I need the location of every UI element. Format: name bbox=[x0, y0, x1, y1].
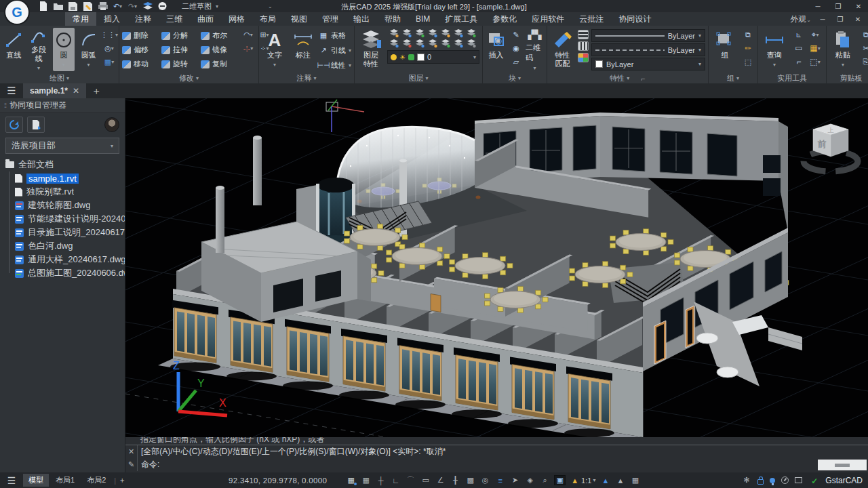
menu-tab[interactable]: 帮助 bbox=[377, 12, 408, 26]
calculator-icon[interactable]: ▦ ▾ bbox=[807, 41, 823, 55]
line-button[interactable]: 直线 bbox=[3, 28, 25, 71]
menu-tab[interactable]: 插入 bbox=[96, 12, 127, 26]
layer-state-icon[interactable] bbox=[465, 28, 477, 39]
insert-block-button[interactable]: 插入 bbox=[486, 28, 507, 71]
command-prompt-line[interactable]: ✎ 命令: bbox=[125, 458, 868, 471]
linetype-select[interactable]: ByLayer▾ bbox=[591, 43, 705, 56]
id-point-icon[interactable]: ⌖ ▾ bbox=[807, 28, 823, 41]
quick-select-icon[interactable]: ⬚ ▾ bbox=[807, 55, 823, 68]
layer-tools-grid[interactable] bbox=[387, 28, 479, 49]
save-as-icon[interactable] bbox=[83, 1, 93, 11]
performance-dial-icon[interactable] bbox=[781, 476, 789, 484]
panel-label-layers[interactable]: 图层▾ bbox=[355, 73, 482, 83]
snap-mode-icon[interactable]: ┼ bbox=[376, 476, 386, 485]
modify-tool-button[interactable]: 旋转 bbox=[161, 58, 199, 70]
layer-state-icon[interactable] bbox=[400, 39, 413, 49]
modify-tool-button[interactable]: 布尔 bbox=[201, 29, 239, 42]
polar-tracking-icon[interactable]: ⌒ bbox=[406, 475, 416, 485]
lineweight-select[interactable]: ByLayer▾ bbox=[591, 29, 705, 42]
clean-screen-monitor-icon[interactable]: ▣ bbox=[555, 476, 565, 485]
clean-screen-icon[interactable] bbox=[795, 477, 802, 483]
redo-icon[interactable]: ↷▾ bbox=[127, 1, 138, 11]
angle-snap-icon[interactable]: ∠ bbox=[435, 476, 446, 485]
block-edit-icon[interactable]: ✎ bbox=[509, 29, 523, 41]
menu-tab[interactable]: 布局 bbox=[252, 12, 283, 26]
command-line-window[interactable]: 指定窗口的角点，输入比例因子 (nX 或 nXP)，或者 ✕ [全部(A)/中心… bbox=[125, 437, 868, 472]
settings-gear-icon[interactable]: ✻ bbox=[741, 476, 751, 485]
object-tracking-icon[interactable]: ◎ bbox=[480, 476, 490, 485]
menu-tab[interactable]: 云批注 bbox=[572, 12, 611, 26]
layout-tab[interactable]: 布局1 bbox=[50, 474, 80, 487]
menu-tab[interactable]: 注释 bbox=[127, 12, 159, 26]
layout-tab[interactable]: 布局2 bbox=[81, 474, 111, 487]
file-tree-item[interactable]: sample.1.rvt bbox=[15, 171, 125, 185]
grid-display-icon[interactable]: ▦ bbox=[346, 476, 356, 485]
project-select[interactable]: 浩辰项目部▾ bbox=[5, 138, 119, 154]
hatch-tools-icon[interactable]: ▦ ▾ bbox=[102, 56, 116, 68]
modify-tool-button[interactable]: 偏移 bbox=[122, 43, 160, 56]
modify-tool-button[interactable]: 镜像 bbox=[201, 43, 239, 56]
user-avatar[interactable] bbox=[104, 117, 119, 132]
menu-tab[interactable]: BIM bbox=[408, 12, 437, 26]
linear-button[interactable]: ⊢⊣线性▾ bbox=[319, 59, 351, 72]
layer-states-icon[interactable] bbox=[142, 1, 153, 11]
ruler-icon[interactable]: ▭ bbox=[791, 41, 807, 55]
leader-button[interactable]: ↗引线▾ bbox=[319, 44, 351, 57]
file-tree-item[interactable]: 总图施工图_20240606.dwg bbox=[15, 266, 125, 280]
dynamic-input-icon[interactable]: ▭ bbox=[420, 476, 431, 485]
ui-lock-icon[interactable] bbox=[757, 479, 764, 485]
menu-tab[interactable]: 协同设计 bbox=[611, 12, 658, 26]
object-snap-icon[interactable]: ╂ bbox=[450, 476, 460, 485]
close-button[interactable]: ✕ bbox=[849, 1, 868, 12]
menu-tab[interactable]: 应用软件 bbox=[524, 12, 572, 26]
polyline-button[interactable]: 多段线▾ bbox=[28, 28, 50, 71]
dimension-button[interactable]: 标注 bbox=[290, 28, 316, 71]
group-button[interactable]: 组 bbox=[711, 28, 738, 71]
point-tools-icon[interactable]: ⋮⋮ ▾ bbox=[102, 29, 116, 41]
restore-button[interactable]: ❐ bbox=[829, 1, 848, 12]
annotation-visibility-icon[interactable]: ▲ bbox=[600, 476, 610, 485]
menu-tab[interactable]: 网格 bbox=[221, 12, 252, 26]
status-menu-icon[interactable]: ☰ bbox=[0, 475, 23, 486]
file-tree-item[interactable]: 通用大样_20240617.dwg bbox=[15, 253, 125, 266]
file-tree-item[interactable]: 建筑轮廓图.dwg bbox=[15, 199, 125, 212]
group-select-icon[interactable]: ⬚ bbox=[741, 56, 755, 68]
color-grid-icon[interactable] bbox=[578, 53, 589, 62]
copy-clip-icon[interactable]: ⧉ bbox=[859, 29, 868, 41]
open-file-icon[interactable] bbox=[53, 1, 63, 11]
panel-label-draw[interactable]: 绘图▾ bbox=[0, 73, 119, 83]
match-properties-button[interactable]: 特性匹配 bbox=[550, 28, 575, 71]
layout-tab[interactable]: 模型 bbox=[23, 474, 49, 487]
file-tree-item[interactable]: 色白河.dwg bbox=[15, 239, 125, 253]
ortho-mode-icon[interactable]: ∟ bbox=[391, 476, 401, 485]
drawing-viewport[interactable]: 前上 ZYX bbox=[125, 98, 868, 437]
sync-button[interactable] bbox=[5, 117, 23, 133]
inquiry-button[interactable]: 查询▾ bbox=[761, 28, 788, 71]
appearance-menu[interactable]: 外观⌄ bbox=[790, 14, 811, 25]
layer-state-icon[interactable] bbox=[439, 39, 452, 49]
doc-close-button[interactable]: ✕ bbox=[852, 14, 864, 24]
linetype-icon[interactable] bbox=[578, 41, 589, 51]
copy-base-icon[interactable]: ⎘ bbox=[859, 56, 868, 68]
break-icon[interactable]: -⁞- ▾ bbox=[241, 43, 255, 54]
menu-tab[interactable]: 参数化 bbox=[485, 12, 524, 26]
workspace-table-icon[interactable]: ▦ bbox=[630, 476, 640, 485]
file-tree-item[interactable]: 独院别墅.rvt bbox=[15, 185, 125, 199]
layer-properties-button[interactable]: 图层特性 bbox=[357, 28, 384, 71]
panel-label-clipboard[interactable]: 剪贴板 bbox=[827, 73, 868, 83]
properties-launcher-icon[interactable]: ⌐ bbox=[641, 75, 645, 83]
close-document-icon[interactable]: ✕ bbox=[73, 86, 79, 96]
selection-cycling-icon[interactable]: ➤ bbox=[510, 476, 520, 485]
panel-label-properties[interactable]: 特性▾⌐ bbox=[547, 73, 708, 83]
panel-title-bar[interactable]: ⁞⁞ 协同项目管理器 bbox=[0, 98, 125, 113]
menu-tab[interactable]: 输出 bbox=[346, 12, 377, 26]
new-document-icon[interactable]: ＋ bbox=[86, 83, 106, 98]
modify-tool-button[interactable]: 拉伸 bbox=[161, 43, 199, 56]
new-file-icon[interactable] bbox=[38, 1, 48, 11]
group-edit-icon[interactable]: ✏ bbox=[741, 43, 755, 54]
block-define-icon[interactable]: ▱ bbox=[509, 56, 523, 68]
menu-tab[interactable]: 扩展工具 bbox=[437, 12, 485, 26]
layer-state-icon[interactable] bbox=[426, 28, 439, 39]
donut-tools-icon[interactable]: ◎ ▾ bbox=[102, 43, 116, 54]
fillet-icon[interactable]: ◠ ▾ bbox=[241, 29, 255, 41]
